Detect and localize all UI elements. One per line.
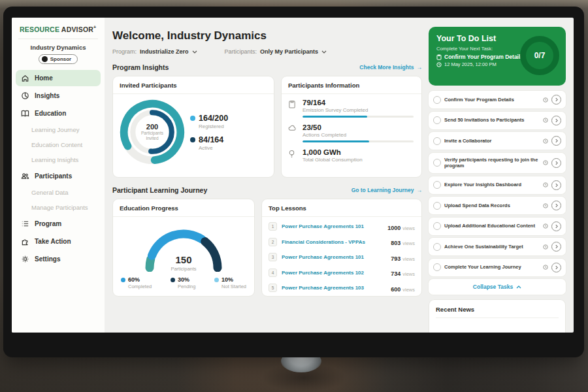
task-go-button[interactable] xyxy=(551,95,561,105)
lesson-views: 803 xyxy=(391,240,400,246)
task-checkbox[interactable] xyxy=(433,116,441,124)
arrow-right-icon: → xyxy=(417,64,423,71)
task-go-button[interactable] xyxy=(551,221,561,231)
check-more-insights-link[interactable]: Check More Insights → xyxy=(359,64,422,71)
task-item-verify-participants[interactable]: Verify participants requesting to join t… xyxy=(429,153,566,174)
sidebar-item-general-data[interactable]: General Data xyxy=(12,185,105,200)
lesson-rank-badge: 4 xyxy=(269,269,277,277)
stat-row-actions: 23/50 Actions Completed xyxy=(282,119,421,144)
sidebar-item-education[interactable]: Education xyxy=(16,105,101,122)
sidebar-item-label: Education xyxy=(35,110,66,117)
link-label: Go to Learning Journey xyxy=(351,187,414,193)
task-label: Achieve One Sustainability Target xyxy=(444,244,540,250)
clock-icon xyxy=(543,97,548,103)
education-progress-card: Education Progress 150 Participants 60% … xyxy=(112,199,255,297)
sidebar-item-label: Take Action xyxy=(35,238,71,245)
clock-icon xyxy=(543,139,548,144)
stat-row-emission-survey: 79/164 Emission Survey Completed xyxy=(282,94,421,119)
task-go-button[interactable] xyxy=(551,116,561,125)
program-filter-value: Industrialize Zero xyxy=(140,48,189,55)
collapse-tasks-button[interactable]: Collapse Tasks xyxy=(429,279,566,295)
task-item-upload-educational-content[interactable]: Upload Additional Educational Content xyxy=(429,218,566,235)
legend-dot xyxy=(190,137,195,142)
sidebar-item-participants[interactable]: Participants xyxy=(16,168,101,184)
task-item-explore-insights[interactable]: Explore Your Insights Dashboard xyxy=(429,176,566,194)
stat-label: Total Global Consumption xyxy=(302,157,414,163)
sidebar-item-education-content[interactable]: Education Content xyxy=(12,137,105,152)
task-checkbox[interactable] xyxy=(433,243,441,251)
sidebar-item-learning-journey[interactable]: Learning Journey xyxy=(12,122,105,137)
task-checkbox[interactable] xyxy=(433,202,441,210)
sidebar-item-settings[interactable]: Settings xyxy=(16,251,101,267)
task-checkbox[interactable] xyxy=(433,96,441,104)
lesson-link[interactable]: Power Purchase Agreements 102 xyxy=(282,270,386,276)
task-item-invite-collaborator[interactable]: Invite a Collaborator xyxy=(429,132,566,150)
sidebar-item-take-action[interactable]: Take Action xyxy=(16,233,101,250)
link-label: Check More Insights xyxy=(359,64,414,71)
sidebar-item-home[interactable]: Home xyxy=(16,70,101,86)
task-go-button[interactable] xyxy=(551,136,561,146)
main-area: Welcome, Industry Dynamics Program: Indu… xyxy=(105,18,574,333)
task-label: Explore Your Insights Dashboard xyxy=(444,182,540,188)
section-title: Participant Learning Journey xyxy=(112,186,207,194)
task-checkbox[interactable] xyxy=(433,263,441,271)
program-filter[interactable]: Program: Industrialize Zero xyxy=(112,48,197,55)
go-to-learning-journey-link[interactable]: Go to Learning Journey → xyxy=(351,187,422,193)
task-go-button[interactable] xyxy=(551,201,561,210)
lesson-link[interactable]: Power Purchase Agreements 103 xyxy=(282,285,386,291)
legend-item-not-started: 10% Not Started xyxy=(214,276,246,289)
gauge-segment xyxy=(152,234,202,255)
card-title: Education Progress xyxy=(113,199,254,217)
lesson-views: 1000 xyxy=(387,225,400,231)
task-go-button[interactable] xyxy=(551,180,561,190)
sidebar-item-label: Insights xyxy=(35,92,59,99)
task-go-button[interactable] xyxy=(551,158,561,168)
participants-filter-value: Only My Participants xyxy=(260,48,318,55)
sidebar-divider xyxy=(18,39,98,39)
sidebar-nav: Home Insights Education Learning Journey… xyxy=(12,69,105,268)
task-checkbox[interactable] xyxy=(433,181,441,189)
legend-percent: 10% xyxy=(221,276,233,283)
settings-icon xyxy=(21,255,29,263)
task-item-complete-learning-journey[interactable]: Complete Your Learning Journey xyxy=(429,259,566,276)
insights-icon xyxy=(21,91,29,100)
task-checkbox[interactable] xyxy=(433,159,441,167)
clock-icon xyxy=(543,223,548,229)
program-filter-label: Program: xyxy=(112,48,137,55)
gauge-center-label: 150 Participants xyxy=(138,254,229,272)
legend-item-active: 84/164 Active xyxy=(190,135,228,151)
sidebar-item-insights[interactable]: Insights xyxy=(16,88,101,104)
task-label: Upload Spend Data Records xyxy=(444,203,540,209)
lesson-link[interactable]: Power Purchase Agreements 101 xyxy=(282,223,383,229)
clock-icon xyxy=(543,244,548,250)
todo-hero-card: Your To Do List Complete Your Next Task:… xyxy=(429,27,566,86)
task-item-confirm-program[interactable]: Confirm Your Program Details xyxy=(429,91,566,108)
survey-icon xyxy=(288,99,297,118)
task-go-button[interactable] xyxy=(551,242,561,252)
sponsor-badge[interactable]: Sponsor xyxy=(39,54,78,64)
task-label: Complete Your Learning Journey xyxy=(444,264,540,270)
legend-label: Not Started xyxy=(221,284,246,289)
sidebar-item-manage-participants[interactable]: Manage Participants xyxy=(12,200,105,215)
sidebar-item-program[interactable]: Program xyxy=(16,216,101,232)
task-item-upload-spend-data[interactable]: Upload Spend Data Records xyxy=(429,197,566,214)
sidebar-item-learning-insights[interactable]: Learning Insights xyxy=(12,152,105,167)
stat-label: Actions Completed xyxy=(302,132,414,138)
lesson-link[interactable]: Financial Considerations - VPPAs xyxy=(282,239,386,245)
task-label: Send 50 Invitations to Participants xyxy=(444,117,540,123)
gauge-center-caption: Participants xyxy=(138,266,229,272)
legend-dot xyxy=(190,116,195,121)
task-item-send-invitations[interactable]: Send 50 Invitations to Participants xyxy=(429,112,566,129)
task-item-achieve-sustainability-target[interactable]: Achieve One Sustainability Target xyxy=(429,238,566,255)
progress-fill xyxy=(302,116,367,118)
gauge-legend: 60% Completed 30% Pending 10% Not Starte… xyxy=(113,272,254,289)
task-checkbox[interactable] xyxy=(433,137,441,145)
task-checkbox[interactable] xyxy=(433,222,441,230)
lesson-link[interactable]: Power Purchase Agreements 101 xyxy=(282,254,386,260)
dashboard-screen: RESOURCE ADVISOR+ Industry Dynamics Spon… xyxy=(12,18,574,333)
clock-icon xyxy=(436,62,442,67)
task-go-button[interactable] xyxy=(551,263,561,272)
participants-filter[interactable]: Participants: Only My Participants xyxy=(225,48,327,55)
stat-value: 23/50 xyxy=(302,123,414,131)
sponsor-badge-label: Sponsor xyxy=(50,56,71,62)
